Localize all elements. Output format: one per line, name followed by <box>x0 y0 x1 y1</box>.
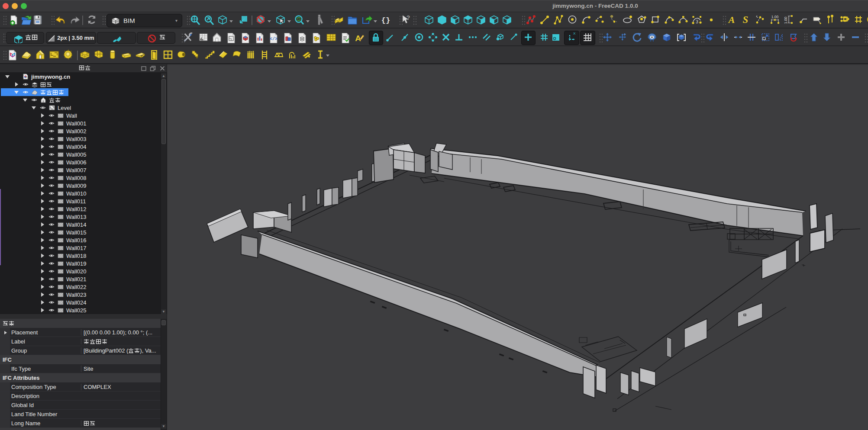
svg-text:A: A <box>728 14 735 25</box>
svg-text:</>: </> <box>270 37 278 42</box>
svg-text:3: 3 <box>696 19 698 24</box>
svg-text:S: S <box>743 14 749 25</box>
svg-text:1.00: 1.00 <box>784 16 788 24</box>
svg-text:X: X <box>573 32 576 35</box>
svg-text:1.00: 1.00 <box>771 15 779 19</box>
svg-text:{}: {} <box>381 16 390 25</box>
svg-text:?: ? <box>407 14 410 21</box>
